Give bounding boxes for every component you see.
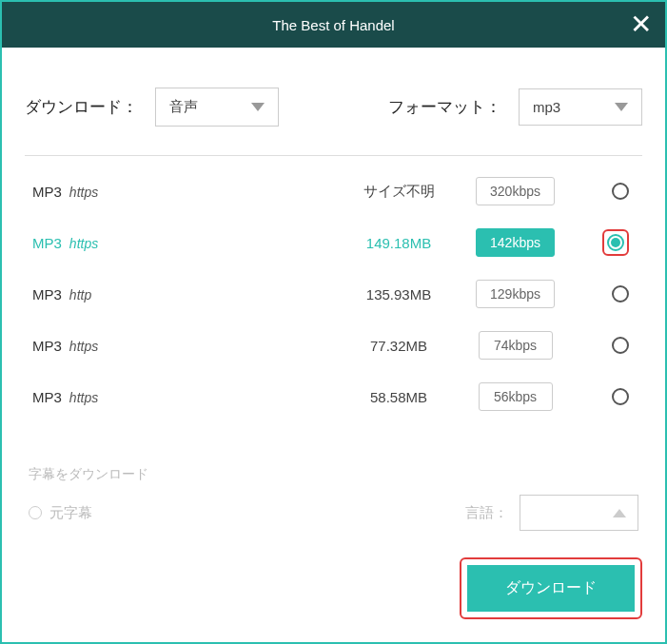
bitrate-badge: 56kbps [479,382,553,411]
protocol-text: https [69,185,98,200]
content-area: ダウンロード： 音声 フォーマット： mp3 MP3httpsサイズ不明320k… [2,48,665,642]
window-title: The Best of Handel [272,17,394,33]
radio-icon [29,506,42,519]
download-option-row[interactable]: MP3https149.18MB142kbps [25,217,642,268]
download-option-row[interactable]: MP3httpsサイズ不明320kbps [25,166,642,217]
close-icon[interactable]: ✕ [630,11,652,38]
format-text: MP3 [32,235,62,251]
format-dropdown[interactable]: mp3 [519,88,642,126]
size-cell: 149.18MB [337,235,461,251]
bitrate-cell: 320kbps [461,177,570,205]
format-text: MP3 [32,286,62,302]
bitrate-badge: 142kbps [476,228,555,257]
bitrate-badge: 129kbps [476,280,555,308]
radio-button[interactable] [612,337,629,354]
download-option-row[interactable]: MP3https77.32MB74kbps [25,320,642,371]
chevron-down-icon [615,103,628,111]
radio-button[interactable] [612,183,629,200]
protocol-text: https [69,339,98,354]
download-label: ダウンロード： [25,96,138,118]
format-cell: MP3https [32,338,337,354]
radio-button[interactable] [612,285,629,302]
download-button[interactable]: ダウンロード [467,565,635,612]
format-text: MP3 [32,338,62,354]
format-cell: MP3https [32,184,337,200]
protocol-text: http [69,287,91,302]
download-options-list: MP3httpsサイズ不明320kbpsMP3https149.18MB142k… [25,166,642,422]
bitrate-cell: 74kbps [461,331,570,360]
subtitle-row: 元字幕 言語： [29,495,638,531]
bitrate-cell: 56kbps [461,382,570,411]
language-group: 言語： [465,495,638,531]
language-label: 言語： [465,504,508,522]
language-dropdown[interactable] [520,495,638,531]
bitrate-badge: 320kbps [476,177,555,205]
radio-cell [570,285,635,302]
radio-highlight [602,229,629,256]
subtitle-section: 字幕をダウンロード 元字幕 言語： [25,447,642,557]
original-subtitle-label: 元字幕 [49,504,92,522]
format-label: フォーマット： [388,96,501,118]
radio-dot-icon [611,238,620,247]
download-option-row[interactable]: MP3http135.93MB129kbps [25,268,642,320]
protocol-text: https [69,390,98,405]
radio-cell [570,388,635,405]
radio-cell [570,229,635,256]
format-cell: MP3https [32,389,337,405]
bitrate-badge: 74kbps [479,331,553,360]
format-text: MP3 [32,184,62,200]
format-value: mp3 [533,99,560,115]
subtitle-title: 字幕をダウンロード [29,466,638,483]
radio-button[interactable] [612,388,629,405]
radio-cell [570,183,635,200]
radio-button[interactable] [607,234,624,251]
titlebar: The Best of Handel ✕ [2,2,665,48]
size-cell: 58.58MB [337,389,461,405]
radio-dot-icon [616,289,625,299]
chevron-down-icon [251,103,265,111]
bitrate-cell: 129kbps [461,280,570,308]
radio-cell [570,337,635,354]
bitrate-cell: 142kbps [461,228,570,257]
format-cell: MP3https [32,235,337,251]
download-type-dropdown[interactable]: 音声 [155,88,279,127]
download-type-value: 音声 [169,98,198,116]
format-dropdown-group: フォーマット： mp3 [388,88,642,126]
size-cell: 135.93MB [337,286,461,302]
format-text: MP3 [32,389,62,405]
original-subtitle-option: 元字幕 [29,504,92,522]
size-cell: 77.32MB [337,338,461,354]
download-dialog: The Best of Handel ✕ ダウンロード： 音声 フォーマット： … [0,0,667,644]
dropdown-row: ダウンロード： 音声 フォーマット： mp3 [25,48,642,155]
radio-dot-icon [616,186,625,196]
protocol-text: https [69,236,98,251]
download-button-highlight: ダウンロード [460,557,642,619]
radio-dot-icon [616,392,625,401]
footer: ダウンロード [25,557,642,642]
download-dropdown-group: ダウンロード： 音声 [25,88,279,127]
chevron-up-icon [613,509,626,517]
download-option-row[interactable]: MP3https58.58MB56kbps [25,371,642,422]
divider [25,155,642,156]
radio-dot-icon [616,341,625,350]
format-cell: MP3http [32,286,337,302]
size-cell: サイズ不明 [337,183,461,201]
